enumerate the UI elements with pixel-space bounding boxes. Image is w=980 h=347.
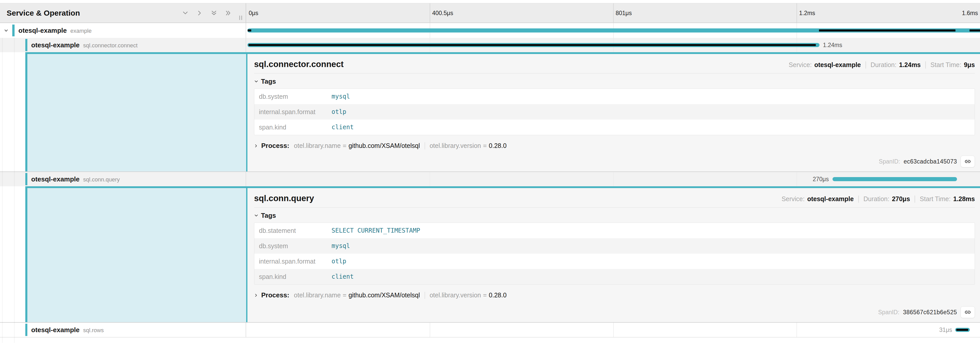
gridline [797,323,797,337]
span-name-cell[interactable]: otesql-example example [0,23,246,38]
chevron-right-icon [254,293,258,297]
span-duration-label: 1.24ms [823,42,842,49]
span-row-sql-connector-connect[interactable]: otesql-example sql.connector.connect 1.2… [0,38,980,52]
top-strip [0,0,980,3]
meta-label: Service: [782,195,805,203]
spanid-label: SpanID: [879,158,900,165]
double-chevron-right-icon[interactable] [225,10,232,16]
gridline [613,172,614,186]
span-row-sql-conn-query[interactable]: otesql-example sql.conn.query 270μs [0,172,980,186]
chevron-down-icon [254,213,258,218]
span-detail-panel-sql-conn-query: sql.conn.query Service: otesql-example D… [0,186,980,323]
meta-label: Start Time: [931,61,961,69]
tag-key: internal.span.format [259,258,331,265]
tag-key: span.kind [259,123,331,131]
tag-value: SELECT CURRENT_TIMESTAMP [331,227,420,234]
span-color-accent [25,173,27,185]
span-name-cell[interactable]: otesql-example sql.rows [0,323,246,337]
span-title: sql.connector.connect [254,59,344,69]
span-bar[interactable] [955,328,970,332]
tags-section-title: Tags [261,212,276,219]
child-span-marker [248,29,251,32]
span-bar[interactable] [247,43,820,47]
separator [925,61,926,69]
spanid-value: ec63cadcba145073 [904,158,957,165]
service-operation-title: Service & Operation [6,9,182,18]
span-color-accent [25,324,27,336]
span-duration-label: 270μs [813,176,829,183]
tag-row: db.system mysql [255,238,975,254]
gridline [430,323,430,337]
span-bar-inner-stripe [248,44,816,46]
process-key: otel.library.name [294,291,341,299]
column-resizer-grip[interactable] [239,16,242,20]
spanid-label: SpanID: [878,309,899,316]
link-icon [964,309,971,316]
tags-table: db.statement SELECT CURRENT_TIMESTAMP db… [254,222,975,285]
process-toggle[interactable]: Process: [261,142,290,150]
tag-key: db.statement [259,227,331,234]
meta-label: Start Time: [920,195,951,203]
equals-sign: = [343,291,347,299]
double-chevron-down-icon[interactable] [211,10,217,16]
span-bar[interactable] [832,177,957,181]
span-color-accent [25,39,27,51]
span-title: sql.conn.query [254,193,314,203]
process-key: otel.library.name [294,142,341,149]
meta-label: Duration: [870,61,896,69]
divider [254,73,975,74]
detail-content: sql.connector.connect Service: otesql-ex… [246,52,980,171]
span-bar-inner-stripe [956,329,968,331]
span-row-example[interactable]: otesql-example example [0,23,980,38]
tag-value: otlp [331,108,346,115]
chevron-right-icon [254,144,258,148]
operation-name: example [70,28,92,34]
gridline [613,323,614,337]
service-name: otesql-example [18,27,67,35]
tags-section-toggle[interactable]: Tags [254,78,975,85]
meta-label: Service: [789,61,811,69]
span-detail-panel-sql-connector-connect: sql.connector.connect Service: otesql-ex… [0,52,980,172]
tags-section-toggle[interactable]: Tags [254,212,975,219]
separator [865,61,866,69]
process-value: 0.28.0 [489,291,507,299]
meta-value: otesql-example [815,61,861,69]
collapse-controls [182,10,232,16]
span-name-cell[interactable]: otesql-example sql.conn.query [0,172,246,186]
span-meta: Service: otesql-example Duration: 270μs … [782,195,975,203]
chevron-right-icon[interactable] [196,10,203,16]
span-bar-cell[interactable] [246,23,980,38]
chevron-down-icon[interactable] [182,10,189,16]
tag-row: span.kind client [255,269,975,284]
collapse-chevron-icon[interactable] [3,28,9,33]
tags-section-title: Tags [261,78,276,85]
process-value: github.com/XSAM/otelsql [348,142,420,149]
span-bar-cell[interactable]: 1.24ms [246,38,980,52]
ruler-tick [797,3,797,22]
trace-timeline-view: Service & Operation 0μs [0,0,980,347]
span-bar-cell[interactable]: 31μs [246,323,980,337]
span-row-sql-rows[interactable]: otesql-example sql.rows 31μs [0,323,980,337]
tag-value: mysql [331,242,350,249]
separator [425,142,425,149]
process-key: otel.library.version [430,142,481,149]
tag-row: internal.span.format otlp [255,104,975,120]
span-name-cell[interactable]: otesql-example sql.connector.connect [0,38,246,52]
ruler-tick [430,3,430,22]
ruler-label-4: 1.6ms [962,10,978,16]
process-toggle[interactable]: Process: [261,291,290,299]
process-value: github.com/XSAM/otelsql [348,291,420,299]
gridline [797,172,797,186]
detail-left-gutter [0,186,246,322]
tag-key: db.system [259,242,331,250]
timeline-header: Service & Operation 0μs [0,3,980,23]
span-bar-cell[interactable]: 270μs [246,172,980,186]
copy-link-button[interactable] [961,306,975,318]
tag-row: db.system mysql [255,89,975,104]
copy-link-button[interactable] [961,155,975,167]
span-duration-label: 31μs [939,326,952,333]
service-name: otesql-example [31,326,80,334]
gridline [430,172,430,186]
service-name: otesql-example [31,41,80,49]
service-name: otesql-example [31,175,80,183]
